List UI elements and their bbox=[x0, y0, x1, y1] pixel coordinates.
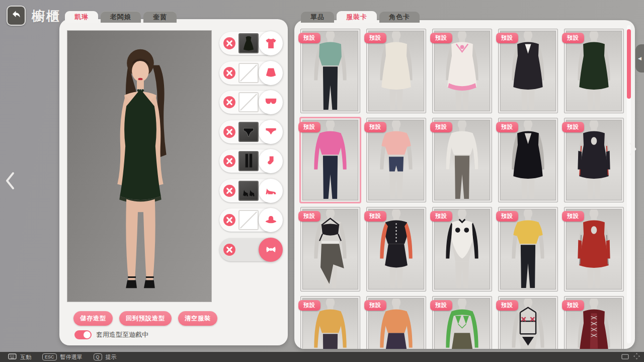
outfit-card[interactable]: 預設 bbox=[300, 29, 360, 113]
hint-label: 互動 bbox=[20, 353, 31, 361]
slot-thumbnail[interactable] bbox=[238, 63, 259, 83]
preset-badge: 預設 bbox=[298, 122, 320, 132]
character-preview[interactable] bbox=[67, 30, 212, 302]
preset-badge: 預設 bbox=[496, 122, 518, 132]
remove-item-icon[interactable] bbox=[223, 96, 236, 109]
outfit-card[interactable]: 預設 bbox=[498, 29, 558, 113]
slot-bow[interactable] bbox=[219, 238, 283, 261]
tab-3[interactable]: 奎茵 bbox=[143, 11, 177, 23]
slot-thumbnail[interactable] bbox=[238, 210, 259, 230]
page-title: 櫥櫃 bbox=[32, 8, 61, 25]
remove-item-icon[interactable] bbox=[223, 125, 236, 138]
remove-item-icon[interactable] bbox=[223, 155, 236, 168]
scrollbar-thumb[interactable] bbox=[627, 29, 631, 99]
preset-badge: 預設 bbox=[298, 33, 320, 43]
preset-badge: 預設 bbox=[364, 122, 386, 132]
preset-badge: 預設 bbox=[496, 33, 518, 43]
outfit-card[interactable]: 預設 bbox=[498, 207, 558, 292]
remove-item-icon[interactable] bbox=[223, 243, 236, 256]
outfit-card[interactable]: 預設 bbox=[300, 118, 360, 202]
rotate-right-arrow[interactable] bbox=[629, 142, 637, 158]
slot-thumbnail[interactable] bbox=[238, 92, 259, 112]
tab-2[interactable]: 老闆娘 bbox=[101, 11, 141, 23]
chevron-left-icon: ◀ bbox=[638, 56, 641, 61]
scrollbar-track[interactable] bbox=[627, 25, 631, 343]
preset-badge: 預設 bbox=[430, 33, 452, 43]
collapse-panel-handle[interactable]: ◀ bbox=[635, 44, 644, 73]
hint-label: 暫停選單 bbox=[60, 353, 83, 361]
preset-badge: 預設 bbox=[364, 33, 386, 43]
outfit-card[interactable]: 預設 bbox=[564, 29, 624, 113]
slot-thumbnail[interactable] bbox=[238, 122, 259, 142]
outfit-card[interactable]: 預設 bbox=[432, 296, 492, 349]
slot-thumbnail[interactable] bbox=[238, 151, 259, 171]
outfit-card[interactable]: 預設 bbox=[564, 296, 624, 349]
outfit-card[interactable]: 預設 bbox=[432, 118, 492, 202]
hint-label: 提示 bbox=[106, 353, 117, 361]
toggle-knob bbox=[84, 331, 91, 338]
reset-look-button[interactable]: 回到預設造型 bbox=[119, 311, 172, 326]
skirt-icon[interactable] bbox=[259, 61, 283, 85]
outfit-card[interactable]: 預設 bbox=[564, 118, 624, 202]
save-look-button[interactable]: 儲存造型 bbox=[73, 311, 113, 326]
preset-badge: 預設 bbox=[364, 300, 386, 311]
preset-badge: 預設 bbox=[430, 300, 452, 311]
remove-item-icon[interactable] bbox=[223, 184, 236, 197]
slot-thumbnail[interactable] bbox=[238, 181, 259, 201]
outfit-card[interactable]: 預設 bbox=[366, 296, 426, 349]
slot-thumbnail[interactable] bbox=[238, 33, 259, 53]
window-mode-icon[interactable] bbox=[621, 352, 629, 361]
outfit-card[interactable]: 預設 bbox=[432, 29, 492, 113]
bow-icon[interactable] bbox=[259, 238, 283, 262]
remove-item-icon[interactable] bbox=[223, 213, 236, 227]
remove-item-icon[interactable] bbox=[223, 66, 236, 80]
outfit-card[interactable]: 預設 bbox=[432, 207, 492, 292]
slot-skirt[interactable] bbox=[219, 61, 283, 85]
back-arrow-icon bbox=[10, 9, 22, 23]
rotate-left-arrow[interactable] bbox=[5, 172, 16, 192]
outfit-card[interactable]: 預設 bbox=[366, 29, 426, 113]
slot-sock[interactable] bbox=[219, 150, 283, 173]
preset-badge: 預設 bbox=[496, 300, 518, 311]
sock-icon[interactable] bbox=[259, 149, 283, 173]
outfit-grid: 預設預設預設預設預設預設預設預設預設預設預設預設預設預設預設預設預設預設預設預設 bbox=[300, 29, 624, 349]
keyboard-icon bbox=[8, 353, 17, 361]
catalog-panel: 預設預設預設預設預設預設預設預設預設預設預設預設預設預設預設預設預設預設預設預設 bbox=[294, 20, 635, 349]
bra-icon[interactable] bbox=[259, 90, 283, 114]
preset-badge: 預設 bbox=[562, 300, 584, 311]
remove-item-icon[interactable] bbox=[223, 37, 236, 50]
move-window-icon[interactable] bbox=[633, 352, 640, 361]
slot-heel[interactable] bbox=[219, 179, 283, 202]
outfit-card[interactable]: 預設 bbox=[564, 207, 624, 292]
tab-1[interactable]: 單品 bbox=[301, 11, 334, 23]
apply-toggle-row: 套用造型至遊戲中 bbox=[74, 330, 148, 339]
slot-panties[interactable] bbox=[219, 120, 283, 143]
slot-tshirt[interactable] bbox=[219, 32, 283, 55]
heel-icon[interactable] bbox=[259, 179, 283, 203]
key-hint-esc: ESC bbox=[42, 353, 57, 360]
tab-3[interactable]: 角色卡 bbox=[379, 11, 420, 23]
apply-toggle-label: 套用造型至遊戲中 bbox=[96, 330, 148, 339]
preset-badge: 預設 bbox=[496, 211, 518, 222]
tab-2[interactable]: 服裝卡 bbox=[337, 11, 377, 23]
hat-icon[interactable] bbox=[259, 208, 283, 232]
slot-hat[interactable] bbox=[219, 208, 283, 232]
outfit-card[interactable]: 預設 bbox=[300, 296, 360, 349]
panties-icon[interactable] bbox=[259, 120, 283, 144]
outfit-card[interactable]: 預設 bbox=[366, 207, 426, 292]
key-hint-q: Q bbox=[94, 353, 102, 360]
tab-1[interactable]: 凱琳 bbox=[65, 11, 98, 23]
back-button[interactable] bbox=[7, 6, 26, 26]
outfit-card[interactable]: 預設 bbox=[366, 118, 426, 202]
tshirt-icon[interactable] bbox=[259, 31, 283, 55]
apply-toggle[interactable] bbox=[74, 330, 92, 339]
outfit-card[interactable]: 預設 bbox=[498, 296, 558, 349]
outfit-card[interactable]: 預設 bbox=[300, 207, 360, 292]
preset-badge: 預設 bbox=[430, 122, 452, 132]
wardrobe-screen: 櫥櫃 凱琳老闆娘奎茵 單品服裝卡角色卡 bbox=[0, 0, 644, 362]
outfit-card[interactable]: 預設 bbox=[498, 118, 558, 202]
slot-bra[interactable] bbox=[219, 91, 283, 114]
clear-clothes-button[interactable]: 清空服裝 bbox=[178, 311, 217, 326]
preset-badge: 預設 bbox=[562, 122, 584, 132]
preset-badge: 預設 bbox=[298, 211, 320, 222]
